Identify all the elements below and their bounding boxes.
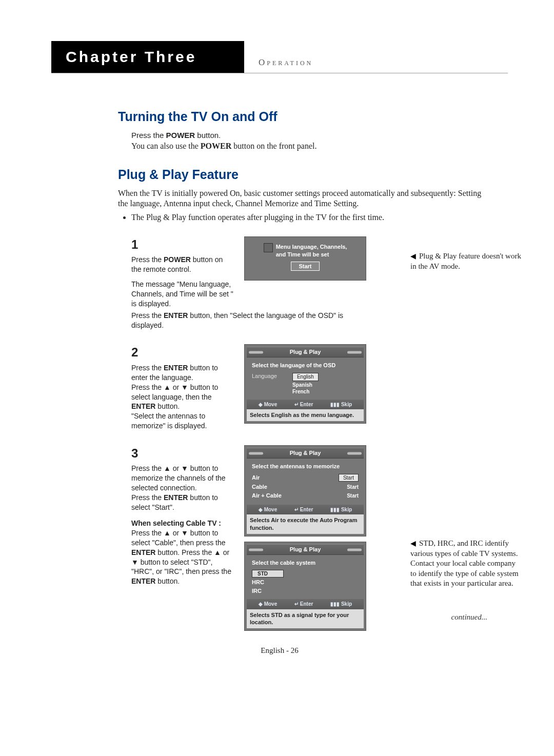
start-option[interactable]: Start — [339, 474, 359, 482]
section-heading-1: Turning the TV On and Off — [118, 109, 492, 124]
section1-body: Press the POWER button. You can also use… — [131, 130, 492, 152]
side-note-av: ◀Plug & Play feature doesn't work in the… — [410, 251, 523, 271]
start-option[interactable]: Start — [347, 484, 359, 491]
osd-step3a: Plug & Play Select the antennas to memor… — [244, 445, 366, 536]
cable-option[interactable]: STD — [252, 570, 284, 578]
osd-step1: Menu language, Channels, and Time will b… — [244, 236, 366, 281]
osd-step3b: Plug & Play Select the cable system STD … — [244, 542, 366, 631]
chapter-title: Chapter Three — [51, 41, 244, 73]
pp-intro: When the TV is initially powered On, bas… — [118, 188, 492, 209]
triangle-left-icon: ◀ — [410, 252, 416, 260]
info-icon — [264, 243, 273, 252]
osd-step2: Plug & Play Select the language of the O… — [244, 344, 366, 424]
power-instruction: Press the POWER button. — [131, 130, 492, 141]
page-footer: English - 26 — [51, 646, 508, 655]
step1-line1: Press the POWER button on the remote con… — [131, 255, 234, 274]
main-content: Turning the TV On and Off Press the POWE… — [118, 109, 492, 631]
manual-page: Chapter Three Operation Turning the TV O… — [0, 0, 554, 675]
triangle-left-icon: ◀ — [410, 540, 416, 547]
step-2: 2 Press the ENTER button to enter the la… — [131, 344, 492, 431]
start-button[interactable]: Start — [291, 262, 319, 271]
step1-line3: Press the ENTER button, then "Select the… — [131, 311, 357, 330]
start-option[interactable]: Start — [347, 492, 359, 500]
step1-line2: The message "Menu language, Channels, an… — [131, 280, 234, 309]
step-number: 3 — [131, 445, 234, 462]
lang-option[interactable]: English — [292, 373, 319, 381]
step-number: 2 — [131, 344, 234, 361]
chapter-header: Chapter Three Operation — [51, 41, 508, 73]
pp-bullets: The Plug & Play function operates after … — [123, 213, 492, 222]
power-note: You can also use the POWER button on the… — [131, 141, 492, 152]
lang-option[interactable]: Spanish — [292, 382, 319, 389]
lang-option[interactable]: French — [292, 388, 319, 395]
section-heading-2: Plug & Play Feature — [118, 167, 492, 182]
step-number: 1 — [131, 236, 234, 253]
pp-bullet-1: The Plug & Play function operates after … — [131, 213, 492, 222]
cable-subhead: When selecting Cable TV : — [131, 519, 234, 528]
chapter-subtitle: Operation — [244, 50, 313, 73]
side-note-cable: ◀STD, HRC, and IRC identify various type… — [410, 539, 523, 589]
continued-label: continued... — [451, 613, 487, 622]
step-1: 1 Press the POWER button on the remote c… — [131, 236, 492, 330]
cable-option[interactable]: HRC — [252, 579, 359, 586]
cable-option[interactable]: IRC — [252, 587, 359, 595]
